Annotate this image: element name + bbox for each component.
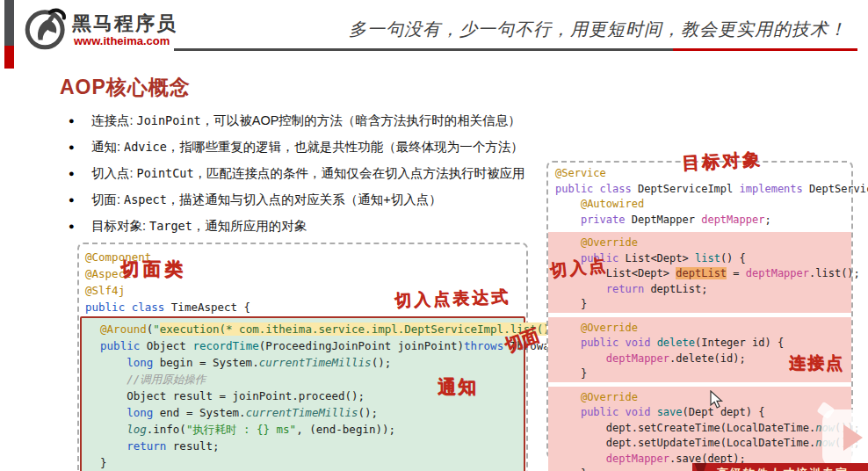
annotation-advice: 通知 — [438, 374, 478, 399]
bottom-ribbon: 高级软件人才培训专家 — [692, 463, 868, 471]
code-line: dept.setCreateTime(LocalDateTime.now()); — [555, 421, 851, 437]
code-line: @Autowired — [555, 197, 851, 213]
code-line: @Override — [555, 236, 851, 251]
bullet-label: 通知: — [91, 140, 124, 154]
bullet-pointcut: 切入点: PointCut，匹配连接点的条件，通知仅会在切入点方法执行时被应用 — [69, 163, 525, 190]
bullet-term: Aspect — [124, 192, 167, 207]
edge-bar-dark — [4, 0, 14, 46]
target-code-panel: @Servicepublic class DeptServiceImpl imp… — [546, 161, 853, 459]
bullet-desc: ，可以被AOP控制的方法（暗含方法执行时的相关信息） — [201, 113, 521, 127]
bullet-desc: ，描述通知与切入点的对应关系（通知+切入点） — [167, 192, 442, 207]
page-title: AOP核心概念 — [60, 74, 191, 101]
annotation-pointcut-expression: 切入点表达式 — [394, 286, 511, 313]
annotation-target: 目标对象 — [681, 148, 763, 176]
mouse-cursor-icon — [710, 390, 724, 409]
concept-bullet-list: 连接点: JoinPoint，可以被AOP控制的方法（暗含方法执行时的相关信息）… — [69, 111, 525, 243]
annotation-aspect-class: 切面类 — [120, 257, 186, 281]
brand-name: 黑马程序员 — [72, 11, 177, 37]
ribbon-text: 高级软件人才培训专家 — [717, 466, 849, 471]
save-method-code: @Override public void save(Dept dept) { … — [548, 387, 851, 471]
bullet-label: 切入点: — [91, 166, 137, 180]
code-line: long begin = System.currentTimeMillis(); — [87, 354, 524, 371]
slide-root: 黑马程序员 www.itheima.com 多一句没有，少一句不行，用更短时间，… — [0, 0, 868, 471]
code-line: return deptList; — [555, 282, 851, 298]
header-divider-red — [673, 48, 857, 51]
header-divider-dark — [174, 48, 673, 51]
video-play-overlay[interactable] — [822, 409, 868, 467]
annotation-joinpoint: 连接点 — [789, 351, 844, 374]
code-line: @Override — [555, 390, 851, 406]
bullet-label: 连接点: — [91, 113, 137, 127]
code-line: @Override — [555, 321, 851, 337]
code-line: public class DeptServiceImpl implements … — [555, 182, 851, 198]
bullet-aspect: 切面: Aspect，描述通知与切入点的对应关系（通知+切入点） — [69, 190, 525, 216]
itheima-horse-logo-icon — [24, 7, 68, 51]
code-line: public Object recordTime(ProceedingJoinP… — [87, 337, 524, 354]
code-line: dept.setUpdateTime(LocalDateTime.now()); — [555, 436, 851, 452]
play-icon — [843, 424, 863, 451]
brand-url: www.itheima.com — [74, 34, 170, 47]
bullet-term: JoinPoint — [137, 113, 201, 127]
code-line: log.info("执行耗时 : {} ms", (end-begin)); — [87, 421, 524, 438]
bullet-term: Target — [149, 219, 192, 233]
bullet-label: 目标对象: — [91, 219, 149, 233]
code-line: @Around("execution(* com.itheima.service… — [87, 321, 524, 337]
code-line: } — [87, 454, 524, 471]
bullet-term: Advice — [124, 140, 167, 154]
code-line: } — [555, 297, 851, 313]
bullet-desc: ，指哪些重复的逻辑，也就是共性功能（最终体现为一个方法） — [167, 140, 524, 154]
header-slogan: 多一句没有，少一句不行，用更短时间，教会更实用的技术！ — [293, 18, 847, 41]
code-line: long end = System.currentTimeMillis(); — [87, 404, 524, 421]
bullet-joinpoint: 连接点: JoinPoint，可以被AOP控制的方法（暗含方法执行时的相关信息） — [69, 111, 525, 137]
edge-bar-red — [4, 46, 14, 69]
bullet-advice: 通知: Advice，指哪些重复的逻辑，也就是共性功能（最终体现为一个方法） — [69, 137, 525, 163]
code-line: public void save(Dept dept) { — [555, 405, 851, 421]
code-line: return result; — [87, 438, 524, 454]
bullet-desc: ，匹配连接点的条件，通知仅会在切入点方法执行时被应用 — [194, 166, 525, 180]
bullet-desc: ，通知所应用的对象 — [192, 219, 307, 233]
bullet-term: PointCut — [137, 166, 194, 180]
bullet-target: 目标对象: Target，通知所应用的对象 — [69, 216, 525, 243]
bullet-label: 切面: — [91, 192, 124, 207]
code-line: public void delete(Integer id) { — [555, 336, 851, 351]
code-line: private DeptMapper deptMapper; — [555, 213, 851, 228]
